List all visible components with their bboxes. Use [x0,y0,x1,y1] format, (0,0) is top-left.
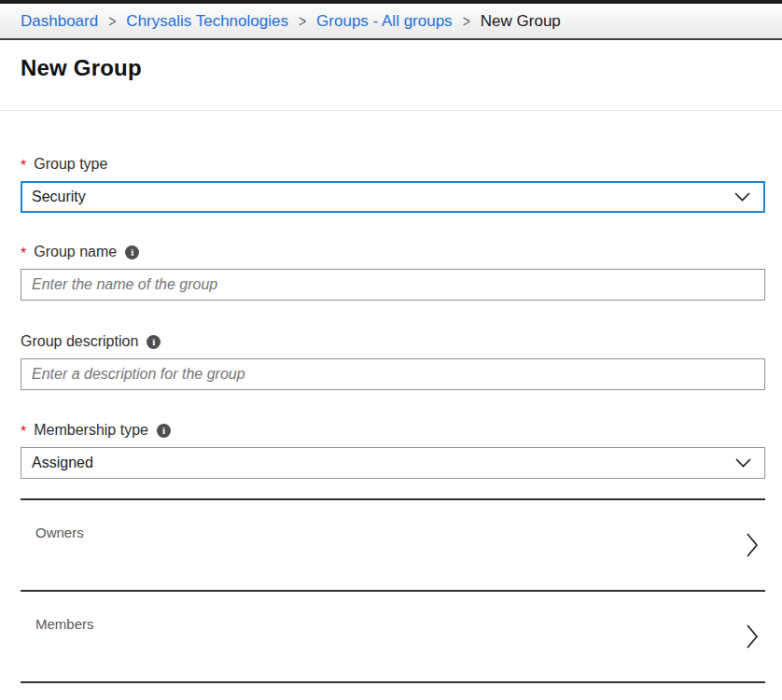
chevron-right-icon [746,623,760,651]
group-type-label: * Group type [21,156,765,173]
membership-type-select[interactable]: Assigned [21,447,765,479]
membership-type-label-text: Membership type [34,422,148,439]
group-name-input[interactable] [21,269,765,301]
breadcrumb: Dashboard > Chrysalis Technologies > Gro… [0,4,782,40]
required-asterisk: * [21,159,26,174]
breadcrumb-item-groups[interactable]: Groups - All groups [316,12,453,31]
membership-type-label: * Membership type i [21,422,765,439]
required-asterisk: * [21,425,26,440]
breadcrumb-item-directory[interactable]: Chrysalis Technologies [126,12,288,31]
info-icon[interactable]: i [147,335,161,349]
membership-type-value: Assigned [32,455,93,471]
members-label: Members [35,616,94,632]
owners-label: Owners [35,525,84,540]
group-name-label-text: Group name [34,244,117,260]
page-title: New Group [21,55,761,81]
breadcrumb-item-current: New Group [481,12,561,31]
group-description-label-text: Group description [21,333,138,350]
title-divider [0,110,782,111]
chevron-right-icon [746,531,760,559]
breadcrumb-separator: > [463,12,470,31]
required-asterisk: * [21,246,26,261]
group-description-input[interactable] [21,358,765,390]
group-type-value: Security [32,189,86,205]
breadcrumb-separator: > [108,12,116,31]
group-type-label-text: Group type [34,156,107,173]
new-group-form: * Group type Security * Group name i Gro… [0,156,782,683]
breadcrumb-separator: > [299,12,306,31]
chevron-down-icon [734,192,750,202]
owners-row[interactable]: Owners [21,500,765,592]
breadcrumb-item-dashboard[interactable]: Dashboard [21,12,98,31]
group-description-label: Group description i [21,333,765,350]
group-type-select[interactable]: Security [21,181,765,213]
group-name-label: * Group name i [21,244,765,260]
members-row[interactable]: Members [21,592,765,683]
info-icon[interactable]: i [125,245,139,259]
picker-rows: Owners Members [21,498,765,683]
info-icon[interactable]: i [157,424,171,438]
chevron-down-icon [735,458,751,468]
